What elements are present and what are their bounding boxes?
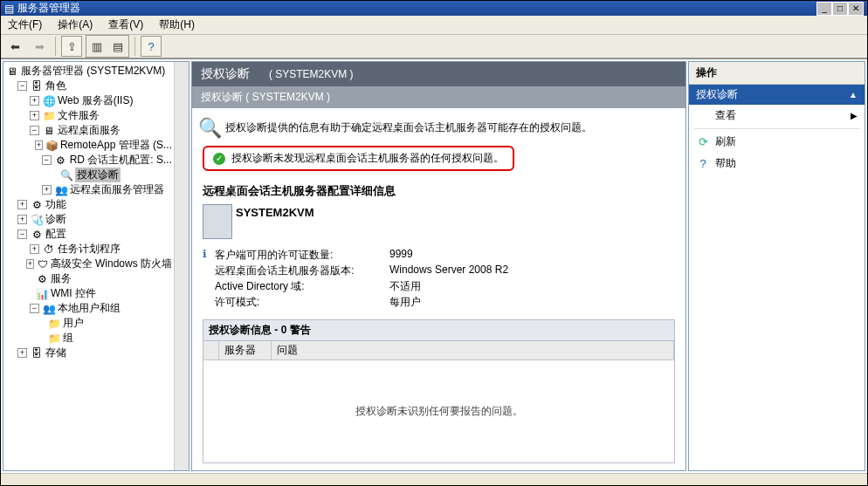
kv-ad-key: Active Directory 域: xyxy=(215,279,389,295)
kv-licenses-val: 9999 xyxy=(389,248,564,264)
toolbar: ⬅ ➡ ⇧ ▥ ▤ ? xyxy=(1,35,867,58)
server-name: SYSTEM2KVM xyxy=(236,204,314,239)
storage-icon: 🗄 xyxy=(30,346,44,360)
expand-icon[interactable]: + xyxy=(26,259,35,269)
rdsmgr-icon: 👥 xyxy=(54,183,68,197)
scheduler-icon: ⏱ xyxy=(42,243,56,257)
features-icon: ⚙ xyxy=(30,198,44,212)
tree-features[interactable]: + ⚙ 功能 xyxy=(5,197,172,212)
action-refresh-label: 刷新 xyxy=(715,134,736,149)
tree-storage[interactable]: + 🗄 存储 xyxy=(5,346,172,360)
tree-rdconfig[interactable]: − ⚙ RD 会话主机配置: S... xyxy=(5,153,172,168)
tree-rds[interactable]: − 🖥 远程桌面服务 xyxy=(5,123,172,138)
show-hide-tree-button[interactable]: ▥ xyxy=(86,36,107,57)
up-level-button[interactable]: ⇧ xyxy=(61,36,82,57)
expand-icon[interactable]: + xyxy=(17,348,27,358)
tree-scrollbar[interactable] xyxy=(174,62,189,470)
status-ok-icon: ✓ xyxy=(213,153,225,165)
collapse-arrow-icon: ▲ xyxy=(849,90,858,99)
menu-action[interactable]: 操作(A) xyxy=(54,16,96,34)
main-subtitle-bar: 授权诊断 ( SYSTEM2KVM ) xyxy=(192,86,685,108)
help-icon: ? xyxy=(696,157,710,171)
tree-diagnostics[interactable]: + 🩺 诊断 xyxy=(5,212,172,227)
main-title: 授权诊断 xyxy=(201,66,250,80)
expand-icon[interactable]: + xyxy=(17,200,27,209)
actions-pane: 操作 授权诊断 ▲ 查看 ▶ ⟳ 刷新 ? 帮助 xyxy=(688,61,865,471)
tree-roles[interactable]: − 🗄 角色 xyxy=(5,79,172,93)
localusers-icon: 👥 xyxy=(42,302,56,316)
tree-licensing-diagnosis[interactable]: 🔍 授权诊断 xyxy=(5,168,172,182)
expand-icon[interactable]: + xyxy=(30,96,39,106)
tree-file-services[interactable]: + 📁 文件服务 xyxy=(5,108,172,123)
menu-view[interactable]: 查看(V) xyxy=(105,16,147,34)
tree-services[interactable]: ⚙ 服务 xyxy=(5,271,172,286)
action-help[interactable]: ? 帮助 xyxy=(689,153,865,175)
menu-bar: 文件(F) 操作(A) 查看(V) 帮助(H) xyxy=(1,16,867,35)
rdconfig-icon: ⚙ xyxy=(54,154,68,168)
help-button[interactable]: ? xyxy=(141,36,162,57)
collapse-icon[interactable]: − xyxy=(17,81,27,91)
action-refresh[interactable]: ⟳ 刷新 xyxy=(689,131,865,153)
groups-folder-icon: 📁 xyxy=(47,332,61,346)
status-ok-text: 授权诊断未发现远程桌面会话主机服务器的任何授权问题。 xyxy=(231,152,504,164)
collapse-icon[interactable]: − xyxy=(17,229,27,239)
expand-icon[interactable]: + xyxy=(42,185,52,195)
navigation-tree-pane: 🖥 服务器管理器 (SYSTEM2KVM) − 🗄 角色 + 🌐 Web 服务器… xyxy=(3,61,189,471)
nav-back-button[interactable]: ⬅ xyxy=(4,36,25,57)
config-details-table: ℹ 客户端可用的许可证数量: 9999 远程桌面会话主机服务器版本: Windo… xyxy=(203,248,675,311)
status-highlight-box: ✓ 授权诊断未发现远程桌面会话主机服务器的任何授权问题。 xyxy=(203,146,514,171)
expand-icon[interactable]: + xyxy=(35,140,43,150)
services-icon: ⚙ xyxy=(35,272,49,286)
diag-icon: 🩺 xyxy=(30,213,44,227)
tree-users[interactable]: 📁 用户 xyxy=(5,316,172,331)
actions-group-title-text: 授权诊断 xyxy=(696,87,738,102)
nav-forward-button[interactable]: ➡ xyxy=(29,36,50,57)
app-icon: ▤ xyxy=(4,3,14,15)
collapse-icon[interactable]: − xyxy=(30,126,39,135)
collapse-icon[interactable]: − xyxy=(30,304,39,313)
license-icon: 🔍 xyxy=(59,168,73,182)
tree-web-server[interactable]: + 🌐 Web 服务器(IIS) xyxy=(5,93,172,108)
tree-groups[interactable]: 📁 组 xyxy=(5,331,172,346)
web-icon: 🌐 xyxy=(42,94,56,108)
server-thumbnail-icon xyxy=(203,204,232,239)
action-view[interactable]: 查看 ▶ xyxy=(689,105,865,127)
action-help-label: 帮助 xyxy=(715,156,736,171)
wmi-icon: 📊 xyxy=(35,287,49,301)
expand-icon[interactable]: + xyxy=(30,244,39,254)
tree-rds-manager[interactable]: + 👥 远程桌面服务管理器 xyxy=(5,182,172,197)
tree-root[interactable]: 🖥 服务器管理器 (SYSTEM2KVM) xyxy=(5,64,172,79)
close-button[interactable]: ✕ xyxy=(848,2,864,16)
server-icon: 🖥 xyxy=(5,65,19,79)
roles-icon: 🗄 xyxy=(30,79,44,93)
show-hide-actions-button[interactable]: ▤ xyxy=(107,36,128,57)
main-subtitle: 授权诊断 ( SYSTEM2KVM ) xyxy=(201,91,330,103)
window-title: 服务器管理器 xyxy=(17,1,80,16)
tree-firewall[interactable]: + 🛡 高级安全 Windows 防火墙 xyxy=(5,257,172,271)
details-title: 远程桌面会话主机服务器配置详细信息 xyxy=(203,183,675,199)
info-icon: ℹ xyxy=(203,248,215,264)
action-view-label: 查看 xyxy=(715,108,736,123)
tree-wmi[interactable]: 📊 WMI 控件 xyxy=(5,286,172,301)
actions-pane-title: 操作 xyxy=(689,62,865,85)
kv-ad-val: 不适用 xyxy=(389,279,564,295)
tree-task-scheduler[interactable]: + ⏱ 任务计划程序 xyxy=(5,242,172,257)
collapse-icon[interactable]: − xyxy=(42,155,52,165)
tree-remoteapp[interactable]: + 📦 RemoteApp 管理器 (S... xyxy=(5,138,172,153)
rds-icon: 🖥 xyxy=(42,124,56,138)
tree-local-users[interactable]: − 👥 本地用户和组 xyxy=(5,301,172,316)
actions-group-header[interactable]: 授权诊断 ▲ xyxy=(689,85,865,105)
warnings-grid-header: 服务器 问题 xyxy=(203,341,674,360)
tree-configuration[interactable]: − ⚙ 配置 xyxy=(5,227,172,242)
minimize-button[interactable]: _ xyxy=(816,2,832,16)
col-problem[interactable]: 问题 xyxy=(272,341,674,359)
expand-icon[interactable]: + xyxy=(30,111,39,120)
col-server[interactable]: 服务器 xyxy=(219,341,272,359)
menu-help[interactable]: 帮助(H) xyxy=(155,16,198,34)
maximize-button[interactable]: □ xyxy=(832,2,848,16)
firewall-icon: 🛡 xyxy=(37,257,48,271)
expand-icon[interactable]: + xyxy=(17,215,27,224)
menu-file[interactable]: 文件(F) xyxy=(4,16,45,34)
warnings-header: 授权诊断信息 - 0 警告 xyxy=(203,319,675,341)
kv-mode-val: 每用户 xyxy=(389,295,564,311)
